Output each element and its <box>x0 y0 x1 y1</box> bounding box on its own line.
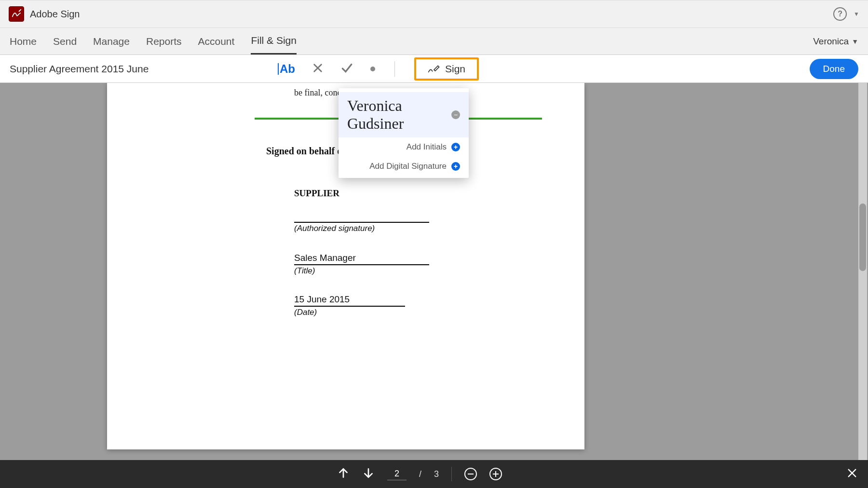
saved-signature: Veronica Gudsiner <box>347 97 447 133</box>
title-value: Sales Manager <box>294 253 356 263</box>
user-name: Veronica <box>813 36 849 47</box>
date-value: 15 June 2015 <box>294 294 350 305</box>
page-up-icon[interactable] <box>337 467 350 481</box>
sign-dropdown: Veronica Gudsiner − Add Initials + Add D… <box>339 88 469 178</box>
signature-line <box>294 214 429 223</box>
nav-manage[interactable]: Manage <box>93 29 130 54</box>
zoom-in-icon[interactable] <box>489 468 502 480</box>
nav-fill-sign[interactable]: Fill & Sign <box>251 28 297 54</box>
done-button[interactable]: Done <box>810 59 858 79</box>
add-initials-label: Add Initials <box>347 142 447 152</box>
user-menu[interactable]: Veronica ▼ <box>813 36 858 47</box>
document-name: Supplier Agreement 2015 June <box>10 63 149 75</box>
nav-reports[interactable]: Reports <box>146 29 182 54</box>
tool-divider <box>394 61 395 77</box>
title-field[interactable]: Sales Manager (Title) <box>294 255 429 276</box>
title-caption: (Title) <box>294 266 429 276</box>
date-caption: (Date) <box>294 308 405 317</box>
zoom-out-icon[interactable] <box>464 468 477 480</box>
scrollbar-thumb[interactable] <box>859 203 866 271</box>
nav-send[interactable]: Send <box>53 29 77 54</box>
fill-sign-toolbar: Supplier Agreement 2015 June Ab Sign Don… <box>0 55 868 83</box>
page-total: 3 <box>434 469 439 479</box>
plus-icon: + <box>451 162 460 171</box>
help-icon[interactable]: ? <box>833 7 847 21</box>
adobe-sign-logo <box>9 6 24 22</box>
supplier-label: SUPPLIER <box>294 188 339 199</box>
bar-divider <box>451 467 452 481</box>
x-tool-icon[interactable] <box>312 63 323 75</box>
sign-button[interactable]: Sign <box>414 57 479 81</box>
page-control-bar: / 3 <box>0 460 868 488</box>
check-tool-icon[interactable] <box>340 62 353 76</box>
page-number-input[interactable] <box>387 468 407 480</box>
chevron-down-icon: ▼ <box>852 38 858 45</box>
date-field[interactable]: 15 June 2015 (Date) <box>294 296 405 317</box>
primary-nav: Home Send Manage Reports Account Fill & … <box>0 28 868 55</box>
remove-signature-icon[interactable]: − <box>451 110 460 119</box>
page-sep: / <box>419 469 421 479</box>
sign-label: Sign <box>445 63 465 75</box>
page-down-icon[interactable] <box>362 467 375 481</box>
signature-caption: (Authorized signature) <box>294 224 429 233</box>
signature-field[interactable]: (Authorized signature) <box>294 214 429 233</box>
nav-home[interactable]: Home <box>10 29 37 54</box>
plus-icon: + <box>451 143 460 151</box>
add-initials-option[interactable]: Add Initials + <box>339 137 469 157</box>
dot-tool-icon[interactable] <box>370 67 375 71</box>
app-bar: Adobe Sign ? ▼ <box>0 0 868 28</box>
app-menu-caret-icon[interactable]: ▼ <box>854 11 859 17</box>
signature-option[interactable]: Veronica Gudsiner − <box>339 92 469 137</box>
close-bar-icon[interactable] <box>847 468 857 480</box>
app-title: Adobe Sign <box>30 9 80 20</box>
add-digital-signature-option[interactable]: Add Digital Signature + <box>339 157 469 176</box>
scrollbar-track[interactable] <box>858 83 867 460</box>
nav-account[interactable]: Account <box>198 29 235 54</box>
text-tool[interactable]: Ab <box>280 62 295 76</box>
add-digital-label: Add Digital Signature <box>347 162 447 171</box>
